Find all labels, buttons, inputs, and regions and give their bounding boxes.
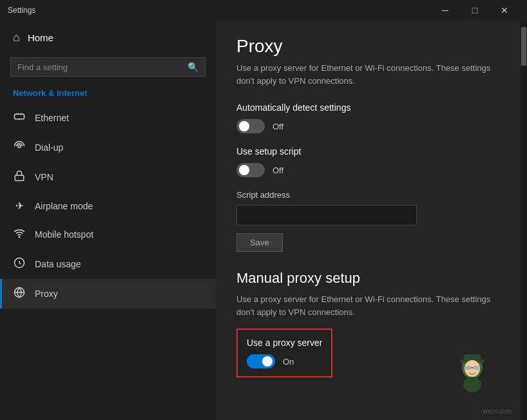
scrollbar-track[interactable] bbox=[521, 21, 527, 420]
use-proxy-toggle[interactable] bbox=[247, 354, 275, 368]
use-proxy-knob bbox=[262, 356, 273, 367]
setup-script-state: Off bbox=[273, 166, 283, 175]
svg-rect-2 bbox=[15, 175, 24, 180]
sidebar: ⌂ Home 🔍 Network & Internet Ethernet bbox=[0, 21, 216, 420]
home-icon: ⌂ bbox=[13, 31, 20, 44]
sidebar-item-ethernet[interactable]: Ethernet bbox=[0, 103, 216, 133]
svg-rect-11 bbox=[474, 366, 479, 370]
vpn-label: VPN bbox=[35, 172, 53, 182]
sidebar-item-airplane[interactable]: ✈ Airplane mode bbox=[0, 192, 216, 220]
use-proxy-state: On bbox=[283, 357, 294, 367]
minimize-button[interactable]: ─ bbox=[430, 0, 460, 21]
search-input[interactable] bbox=[17, 62, 182, 72]
dialup-icon bbox=[13, 140, 26, 155]
svg-rect-0 bbox=[15, 114, 24, 119]
datausage-label: Data usage bbox=[35, 259, 81, 269]
auto-detect-toggle[interactable] bbox=[236, 119, 265, 133]
script-address-input[interactable] bbox=[236, 205, 417, 225]
window-controls: ─ □ ✕ bbox=[430, 0, 519, 21]
watermark: wxcn.com bbox=[483, 408, 512, 415]
hotspot-label: Mobile hotspot bbox=[35, 229, 93, 240]
setup-script-row: Off bbox=[236, 163, 500, 177]
dialup-label: Dial-up bbox=[35, 142, 63, 153]
vpn-icon bbox=[13, 170, 26, 184]
sidebar-item-home[interactable]: ⌂ Home bbox=[0, 21, 216, 55]
proxy-icon bbox=[13, 287, 26, 301]
page-title: Proxy bbox=[236, 36, 500, 57]
setup-script-label: Use setup script bbox=[236, 146, 500, 157]
title-bar: Settings ─ □ ✕ bbox=[0, 0, 527, 21]
auto-detect-label: Automatically detect settings bbox=[236, 102, 500, 113]
setup-script-toggle[interactable] bbox=[236, 163, 265, 177]
home-label: Home bbox=[28, 32, 53, 43]
auto-detect-knob bbox=[239, 121, 249, 131]
datausage-icon bbox=[13, 257, 26, 271]
search-box[interactable]: 🔍 bbox=[10, 57, 206, 77]
svg-point-1 bbox=[18, 145, 21, 148]
scrollbar-thumb[interactable] bbox=[521, 27, 526, 66]
sidebar-item-dialup[interactable]: Dial-up bbox=[0, 133, 216, 162]
manual-description: Use a proxy server for Ethernet or Wi-Fi… bbox=[236, 293, 500, 318]
main-layout: ⌂ Home 🔍 Network & Internet Ethernet bbox=[0, 21, 527, 420]
airplane-label: Airplane mode bbox=[35, 201, 93, 211]
maximize-button[interactable]: □ bbox=[460, 0, 490, 21]
manual-proxy-title: Manual proxy setup bbox=[236, 270, 500, 287]
ethernet-label: Ethernet bbox=[35, 113, 69, 123]
use-proxy-label: Use a proxy server bbox=[247, 338, 322, 348]
auto-detect-state: Off bbox=[273, 122, 283, 131]
proxy-label: Proxy bbox=[35, 289, 58, 299]
mascot-image bbox=[450, 349, 495, 394]
sidebar-item-datausage[interactable]: Data usage bbox=[0, 249, 216, 279]
sidebar-item-hotspot[interactable]: Mobile hotspot bbox=[0, 220, 216, 249]
content-scroll-wrapper: Proxy Use a proxy server for Ethernet or… bbox=[216, 21, 527, 420]
svg-point-13 bbox=[463, 377, 481, 392]
auto-detect-row: Off bbox=[236, 119, 500, 133]
ethernet-icon bbox=[13, 111, 26, 125]
svg-point-3 bbox=[19, 236, 20, 238]
search-icon: 🔍 bbox=[187, 62, 198, 72]
app-title: Settings bbox=[8, 6, 430, 15]
hotspot-icon bbox=[13, 227, 26, 242]
airplane-icon: ✈ bbox=[13, 200, 26, 212]
content-area: Proxy Use a proxy server for Ethernet or… bbox=[216, 21, 521, 420]
section-label: Network & Internet bbox=[0, 84, 216, 103]
setup-script-knob bbox=[239, 165, 249, 175]
close-button[interactable]: ✕ bbox=[490, 0, 519, 21]
sidebar-item-vpn[interactable]: VPN bbox=[0, 162, 216, 192]
svg-rect-10 bbox=[465, 366, 471, 370]
proxy-server-highlight-box: Use a proxy server On bbox=[236, 329, 332, 377]
use-proxy-row: On bbox=[247, 354, 322, 368]
page-description: Use a proxy server for Ethernet or Wi-Fi… bbox=[236, 62, 500, 87]
sidebar-item-proxy[interactable]: Proxy bbox=[0, 279, 216, 309]
save-button[interactable]: Save bbox=[236, 233, 283, 252]
script-address-label: Script address bbox=[236, 190, 500, 200]
